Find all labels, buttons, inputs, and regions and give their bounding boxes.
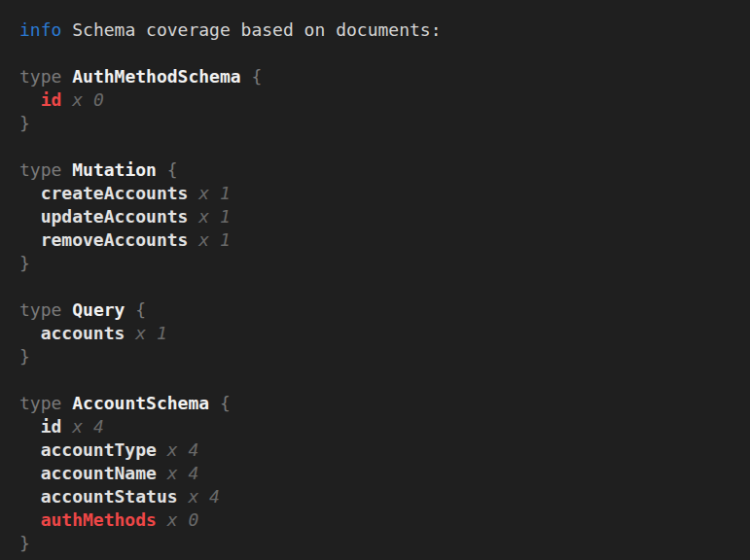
info-line: info Schema coverage based on documents: bbox=[19, 18, 740, 42]
close-brace: } bbox=[19, 113, 30, 133]
field-name: removeAccounts bbox=[41, 229, 189, 250]
header-text: Schema coverage based on documents: bbox=[72, 19, 441, 40]
close-brace-line: } bbox=[19, 112, 740, 135]
type-open-line: type Query { bbox=[19, 298, 740, 322]
usage-count: x 0 bbox=[72, 89, 104, 110]
usage-count: x 0 bbox=[167, 509, 199, 530]
field-line: accountStatus x 4 bbox=[19, 485, 740, 508]
type-name: AuthMethodSchema bbox=[72, 66, 240, 87]
field-name: accountStatus bbox=[41, 486, 178, 507]
field-name: accountName bbox=[41, 463, 157, 483]
blank-line bbox=[19, 42, 740, 65]
close-brace-line: } bbox=[19, 252, 740, 275]
close-brace-line: } bbox=[19, 532, 740, 555]
field-line: accountType x 4 bbox=[19, 438, 740, 462]
close-brace: } bbox=[19, 346, 30, 367]
close-brace-line: } bbox=[19, 345, 740, 368]
field-name: accountType bbox=[41, 439, 157, 460]
usage-count: x 4 bbox=[188, 486, 220, 507]
usage-count: x 4 bbox=[72, 416, 104, 437]
open-brace: { bbox=[135, 299, 146, 320]
usage-count: x 1 bbox=[198, 183, 231, 203]
field-line: createAccounts x 1 bbox=[19, 182, 740, 205]
open-brace: { bbox=[167, 159, 178, 180]
field-line: updateAccounts x 1 bbox=[19, 205, 740, 228]
type-keyword: type bbox=[19, 299, 61, 320]
open-brace: { bbox=[251, 66, 262, 87]
usage-count: x 1 bbox=[135, 323, 167, 343]
type-open-line: type AccountSchema { bbox=[19, 392, 740, 415]
type-keyword: type bbox=[19, 159, 61, 180]
terminal-output[interactable]: info Schema coverage based on documents:… bbox=[0, 0, 750, 560]
blank-line bbox=[19, 275, 740, 298]
open-brace: { bbox=[220, 393, 231, 413]
blank-line bbox=[19, 368, 740, 392]
field-line: accountName x 4 bbox=[19, 462, 740, 485]
usage-count: x 4 bbox=[167, 463, 199, 483]
field-line: accounts x 1 bbox=[19, 322, 740, 345]
usage-count: x 4 bbox=[167, 439, 199, 460]
field-line: removeAccounts x 1 bbox=[19, 228, 740, 252]
field-line: authMethods x 0 bbox=[19, 508, 740, 532]
type-keyword: type bbox=[19, 393, 61, 413]
info-badge: info bbox=[19, 19, 61, 40]
type-open-line: type Mutation { bbox=[19, 158, 740, 182]
close-brace: } bbox=[19, 253, 30, 273]
field-name: id bbox=[41, 416, 62, 437]
usage-count: x 1 bbox=[198, 229, 231, 250]
type-name: Mutation bbox=[72, 159, 157, 180]
type-open-line: type AuthMethodSchema { bbox=[19, 65, 740, 88]
field-name: authMethods bbox=[41, 509, 157, 530]
field-name: accounts bbox=[41, 323, 125, 343]
field-name: updateAccounts bbox=[41, 206, 189, 227]
close-brace: } bbox=[19, 533, 30, 553]
field-line: id x 4 bbox=[19, 415, 740, 438]
blank-line bbox=[19, 135, 740, 158]
field-line: id x 0 bbox=[19, 88, 740, 112]
field-name: createAccounts bbox=[41, 183, 189, 203]
usage-count: x 1 bbox=[198, 206, 231, 227]
type-keyword: type bbox=[19, 66, 61, 87]
type-name: Query bbox=[72, 299, 125, 320]
type-name: AccountSchema bbox=[72, 393, 209, 413]
field-name: id bbox=[41, 89, 62, 110]
